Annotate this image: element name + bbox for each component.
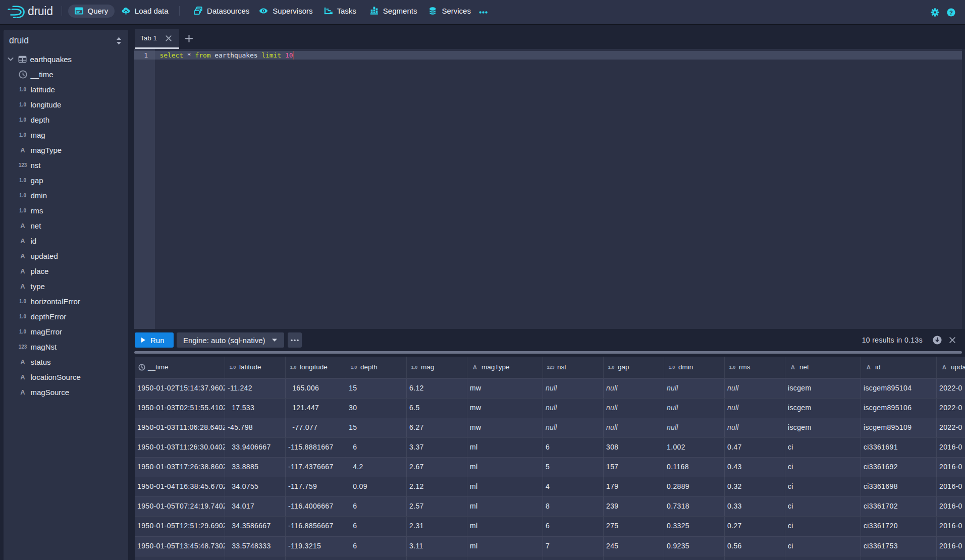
close-results-icon[interactable]: [947, 335, 957, 345]
table-cell[interactable]: null: [725, 379, 785, 398]
column-header-gap[interactable]: 1.0gap: [604, 357, 664, 378]
table-cell[interactable]: 3.11: [407, 537, 467, 556]
table-cell[interactable]: 1950-01-05T12:51:29.690Z: [135, 517, 225, 536]
editor-scrollbar-track[interactable]: [962, 49, 965, 329]
column-header-mag[interactable]: 1.0mag: [407, 357, 467, 378]
table-cell[interactable]: 1950-01-03T02:51:55.410Z: [135, 399, 225, 418]
table-cell[interactable]: 6: [543, 517, 604, 536]
table-cell[interactable]: 2.31: [407, 517, 467, 536]
table-cell[interactable]: 2.12: [407, 477, 467, 496]
table-cell[interactable]: 3.37: [407, 438, 467, 457]
table-cell[interactable]: 0.2889: [664, 477, 725, 496]
table-cell[interactable]: 06: [346, 517, 407, 536]
table-cell[interactable]: null: [604, 418, 664, 437]
table-cell[interactable]: ci3361692: [861, 458, 937, 477]
table-cell[interactable]: 2.57: [407, 497, 467, 516]
table-cell[interactable]: 308: [604, 438, 664, 457]
tree-item-net[interactable]: Anet: [4, 218, 128, 233]
nav-item-tasks[interactable]: Tasks: [317, 5, 363, 18]
table-cell[interactable]: -117.759: [286, 477, 346, 496]
table-cell[interactable]: ci3361702: [861, 497, 937, 516]
table-cell[interactable]: 2016-0: [937, 497, 965, 516]
table-cell[interactable]: 1950-01-05T07:24:19.740Z: [135, 497, 225, 516]
tree-item-latitude[interactable]: 1.0latitude: [4, 82, 128, 97]
table-cell[interactable]: 2016-0: [937, 458, 965, 477]
table-cell[interactable]: 5: [543, 458, 604, 477]
query-more-button[interactable]: [288, 332, 302, 348]
table-cell[interactable]: 1950-01-03T11:06:28.640Z: [135, 418, 225, 437]
table-cell[interactable]: mw: [467, 418, 543, 437]
column-header-magType[interactable]: AmagType: [467, 357, 543, 378]
table-cell[interactable]: null: [604, 399, 664, 418]
table-cell[interactable]: ci: [785, 537, 861, 556]
table-cell[interactable]: 6.12: [407, 379, 467, 398]
table-cell[interactable]: ci3361753: [861, 537, 937, 556]
table-cell[interactable]: 06: [346, 497, 407, 516]
table-cell[interactable]: mw: [467, 379, 543, 398]
table-cell[interactable]: 1950-01-02T15:14:37.960Z: [135, 379, 225, 398]
table-cell[interactable]: -117.4376667: [286, 458, 346, 477]
table-cell[interactable]: 2016-0: [937, 537, 965, 556]
table-cell[interactable]: 4: [543, 477, 604, 496]
table-cell[interactable]: 2022-0: [937, 399, 965, 418]
table-cell[interactable]: -45.798: [225, 418, 286, 437]
table-cell[interactable]: null: [543, 399, 604, 418]
table-cell[interactable]: 1950-01-03T11:26:30.040Z: [135, 438, 225, 457]
table-cell[interactable]: 033.5748333: [225, 537, 286, 556]
table-cell[interactable]: 6: [543, 438, 604, 457]
column-header-latitude[interactable]: 1.0latitude: [225, 357, 286, 378]
nav-item-more[interactable]: [472, 6, 494, 19]
table-cell[interactable]: 034.3586667: [225, 517, 286, 536]
pane-splitter[interactable]: [134, 351, 962, 354]
table-cell[interactable]: iscgem895106: [861, 399, 937, 418]
column-header-rms[interactable]: 1.0rms: [725, 357, 785, 378]
tree-item-horizontalError[interactable]: 1.0horizontalError: [4, 294, 128, 309]
table-cell[interactable]: 1.002: [664, 438, 725, 457]
engine-select-button[interactable]: Engine: auto (sql-native): [177, 332, 284, 348]
table-cell[interactable]: 179: [604, 477, 664, 496]
tree-item-longitude[interactable]: 1.0longitude: [4, 97, 128, 112]
table-cell[interactable]: 275: [604, 517, 664, 536]
table-cell[interactable]: 0.7318: [664, 497, 725, 516]
table-cell[interactable]: 033.9406667: [225, 438, 286, 457]
table-cell[interactable]: -119.3215: [286, 537, 346, 556]
table-cell[interactable]: 0121.447: [286, 399, 346, 418]
table-cell[interactable]: iscgem895109: [861, 418, 937, 437]
table-cell[interactable]: 6.5: [407, 399, 467, 418]
nav-item-supervisors[interactable]: Supervisors: [252, 5, 319, 18]
table-cell[interactable]: 0.3325: [664, 517, 725, 536]
table-cell[interactable]: 017.533: [225, 399, 286, 418]
tree-item-magNst[interactable]: 123magNst: [4, 339, 128, 354]
tree-item-depthError[interactable]: 1.0depthError: [4, 309, 128, 324]
tree-item-earthquakes[interactable]: earthquakes: [4, 51, 128, 67]
table-cell[interactable]: -116.4006667: [286, 497, 346, 516]
tree-item-dmin[interactable]: 1.0dmin: [4, 188, 128, 203]
tab-tab-1[interactable]: Tab 1: [135, 29, 179, 49]
table-cell[interactable]: 0.1168: [664, 458, 725, 477]
table-cell[interactable]: ci: [785, 497, 861, 516]
table-cell[interactable]: iscgem: [785, 418, 861, 437]
table-cell[interactable]: null: [543, 379, 604, 398]
table-cell[interactable]: 2022-0: [937, 418, 965, 437]
table-cell[interactable]: 034.0755: [225, 477, 286, 496]
tree-item-magSource[interactable]: AmagSource: [4, 384, 128, 400]
table-cell[interactable]: 0.43: [725, 458, 785, 477]
tree-item-place[interactable]: Aplace: [4, 263, 128, 278]
table-cell[interactable]: 1950-01-03T17:26:38.860Z: [135, 458, 225, 477]
tree-item-magError[interactable]: 1.0magError: [4, 324, 128, 339]
table-cell[interactable]: 15: [346, 418, 407, 437]
table-cell[interactable]: null: [543, 418, 604, 437]
column-header-dmin[interactable]: 1.0dmin: [664, 357, 725, 378]
table-cell[interactable]: null: [664, 379, 725, 398]
table-cell[interactable]: 157: [604, 458, 664, 477]
table-cell[interactable]: iscgem895104: [861, 379, 937, 398]
double-caret-vertical-icon[interactable]: [116, 37, 122, 45]
chevron-down-icon[interactable]: [7, 55, 15, 63]
table-cell[interactable]: ml: [467, 517, 543, 536]
table-cell[interactable]: 2016-0: [937, 477, 965, 496]
table-cell[interactable]: ci3361691: [861, 438, 937, 457]
column-header-net[interactable]: Anet: [785, 357, 861, 378]
table-cell[interactable]: 8: [543, 497, 604, 516]
sql-editor[interactable]: 1 select * from earthquakes limit 10: [134, 49, 965, 329]
column-header-time[interactable]: __time: [135, 357, 225, 378]
